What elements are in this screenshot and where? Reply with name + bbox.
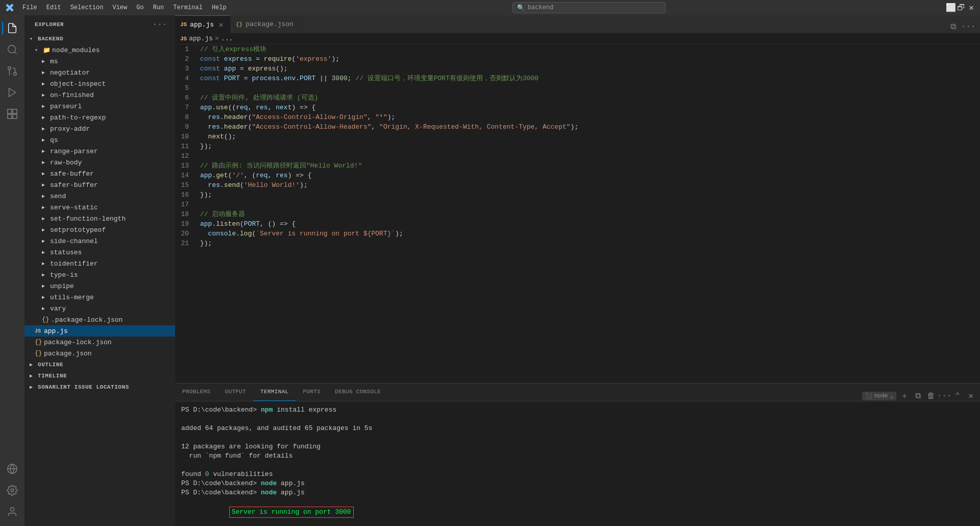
split-editor-button[interactable]: ⧉ <box>946 20 960 33</box>
line-num-21: 21 <box>175 238 198 248</box>
tab-app-js-close[interactable]: ✕ <box>217 20 225 29</box>
code-line-5: 5 <box>175 83 980 93</box>
new-terminal-button[interactable]: ＋ <box>899 391 910 401</box>
timeline-label: TIMELINE <box>38 373 67 379</box>
tree-folder-node-modules[interactable]: ▾ 📁 node_modules <box>24 44 175 56</box>
split-terminal-button[interactable]: ⧉ <box>913 391 923 401</box>
line-num-11: 11 <box>175 141 198 151</box>
maximize-button[interactable]: 🗗 <box>958 4 965 11</box>
minimize-button[interactable]: ⬜ <box>947 4 954 11</box>
close-button[interactable]: ✕ <box>968 4 975 11</box>
more-terminal-button[interactable]: ··· <box>939 391 949 401</box>
tree-folder-toidentifier[interactable]: ▶ toidentifier <box>24 258 175 269</box>
title-search[interactable]: 🔍 backend <box>512 2 666 13</box>
setprototypeof-chevron: ▶ <box>42 227 48 233</box>
svg-line-1 <box>14 52 16 54</box>
terminal-shell-icon: ⬛ <box>865 393 872 399</box>
activity-account[interactable] <box>2 501 22 522</box>
activity-remote[interactable] <box>2 459 22 479</box>
close-panel-button[interactable]: ✕ <box>966 391 976 401</box>
menu-edit[interactable]: Edit <box>42 3 65 12</box>
sidebar-tree: ▾ BACKEND ▾ 📁 node_modules ▶ ms ▶ negoti… <box>24 33 175 526</box>
tree-file-package-lock-json-hidden[interactable]: {} .package-lock.json <box>24 314 175 325</box>
send-label: send <box>50 193 175 200</box>
tree-folder-serve-static[interactable]: ▶ serve-static <box>24 202 175 213</box>
code-line-11: 11 }); <box>175 141 980 151</box>
menu-go[interactable]: Go <box>132 3 148 12</box>
sidebar-header: EXPLORER ··· <box>24 15 175 33</box>
code-line-4: 4 const PORT = process.env.PORT || 3000;… <box>175 74 980 83</box>
sidebar-more-button[interactable]: ··· <box>155 19 165 30</box>
tree-file-package-json[interactable]: {} package.json <box>24 348 175 359</box>
tree-folder-side-channel[interactable]: ▶ side-channel <box>24 235 175 247</box>
code-line-1: 1 // 引入express模块 <box>175 44 980 54</box>
panel-tab-debug-console[interactable]: DEBUG CONSOLE <box>328 383 388 401</box>
tree-folder-safe-buffer[interactable]: ▶ safe-buffer <box>24 168 175 179</box>
tree-folder-range-parser[interactable]: ▶ range-parser <box>24 146 175 157</box>
main-layout: EXPLORER ··· ▾ BACKEND ▾ 📁 node_modules … <box>0 15 980 526</box>
sidebar-actions: ··· <box>155 19 165 30</box>
tree-folder-on-finished[interactable]: ▶ on-finished <box>24 89 175 101</box>
panel-tab-ports[interactable]: PORTS <box>296 383 328 401</box>
backend-chevron: ▾ <box>30 36 36 42</box>
kill-terminal-button[interactable]: 🗑 <box>926 391 936 401</box>
terminal-content[interactable]: PS D:\code\backend> npm install express … <box>175 401 980 526</box>
maximize-panel-button[interactable]: ⌃ <box>952 391 963 401</box>
tree-folder-setprototypeof[interactable]: ▶ setprototypeof <box>24 224 175 235</box>
tree-folder-raw-body[interactable]: ▶ raw-body <box>24 157 175 168</box>
menu-run[interactable]: Run <box>149 3 168 12</box>
tree-folder-unpipe[interactable]: ▶ unpipe <box>24 280 175 292</box>
activity-explorer[interactable] <box>2 18 22 38</box>
more-tab-actions-button[interactable]: ··· <box>962 20 975 33</box>
tree-folder-qs[interactable]: ▶ qs <box>24 134 175 146</box>
line-content-19: app.listen(PORT, () => { <box>198 219 980 229</box>
node-modules-chevron: ▾ <box>35 47 41 53</box>
sidebar-outline-section[interactable]: ▶ OUTLINE <box>24 359 175 370</box>
code-editor[interactable]: 1 // 引入express模块 2 const express = requi… <box>175 44 980 383</box>
activity-search[interactable] <box>2 39 22 60</box>
tree-folder-path-to-regexp[interactable]: ▶ path-to-regexp <box>24 112 175 123</box>
terminal-shell-selector[interactable]: ⬛ node ⌄ <box>862 392 896 400</box>
panel-tab-problems[interactable]: PROBLEMS <box>175 383 217 401</box>
menu-file[interactable]: File <box>18 3 41 12</box>
tree-folder-set-function-length[interactable]: ▶ set-function-length <box>24 213 175 224</box>
sidebar-timeline-section[interactable]: ▶ TIMELINE <box>24 370 175 381</box>
tree-folder-safer-buffer[interactable]: ▶ safer-buffer <box>24 179 175 190</box>
raw-body-chevron: ▶ <box>42 159 48 165</box>
tree-folder-vary[interactable]: ▶ vary <box>24 303 175 314</box>
tree-folder-proxy-addr[interactable]: ▶ proxy-addr <box>24 123 175 134</box>
tree-file-package-lock-json[interactable]: {} package-lock.json <box>24 337 175 348</box>
line-num-15: 15 <box>175 180 198 190</box>
toidentifier-chevron: ▶ <box>42 260 48 267</box>
menu-terminal[interactable]: Terminal <box>169 3 207 12</box>
line-num-18: 18 <box>175 209 198 219</box>
terminal-line-9: PS D:\code\backend> node app.js <box>181 479 974 488</box>
tree-folder-object-inspect[interactable]: ▶ object-inspect <box>24 78 175 89</box>
menu-view[interactable]: View <box>108 3 131 12</box>
tree-folder-statuses[interactable]: ▶ statuses <box>24 247 175 258</box>
line-content-8: res.header("Access-Control-Allow-Origin"… <box>198 112 980 122</box>
activity-source-control[interactable] <box>2 61 22 81</box>
ms-chevron: ▶ <box>42 58 48 64</box>
titlebar-right: ⬜ 🗗 ✕ <box>947 4 975 11</box>
tree-folder-parseurl[interactable]: ▶ parseurl <box>24 101 175 112</box>
tree-folder-utils-merge[interactable]: ▶ utils-merge <box>24 292 175 303</box>
raw-body-label: raw-body <box>50 159 175 166</box>
code-line-15: 15 res.send('Hello World!'); <box>175 180 980 190</box>
menu-selection[interactable]: Selection <box>66 3 108 12</box>
menu-help[interactable]: Help <box>208 3 231 12</box>
tree-folder-send[interactable]: ▶ send <box>24 190 175 202</box>
panel-tab-output[interactable]: OUTPUT <box>217 383 253 401</box>
tree-root-backend[interactable]: ▾ BACKEND <box>24 33 175 44</box>
sidebar-sonarlint-section[interactable]: ▶ SONARLINT ISSUE LOCATIONS <box>24 381 175 393</box>
tab-package-json[interactable]: {} package.json <box>231 15 299 33</box>
tree-file-app-js[interactable]: JS app.js <box>24 325 175 337</box>
tree-folder-negotiator[interactable]: ▶ negotiator <box>24 67 175 78</box>
activity-run[interactable] <box>2 82 22 103</box>
panel-tab-terminal[interactable]: TERMINAL <box>253 383 296 401</box>
tree-folder-type-is[interactable]: ▶ type-is <box>24 269 175 280</box>
activity-extensions[interactable] <box>2 104 22 124</box>
activity-settings[interactable] <box>2 480 22 500</box>
tree-folder-ms[interactable]: ▶ ms <box>24 56 175 67</box>
tab-app-js[interactable]: JS app.js ✕ <box>175 15 231 33</box>
